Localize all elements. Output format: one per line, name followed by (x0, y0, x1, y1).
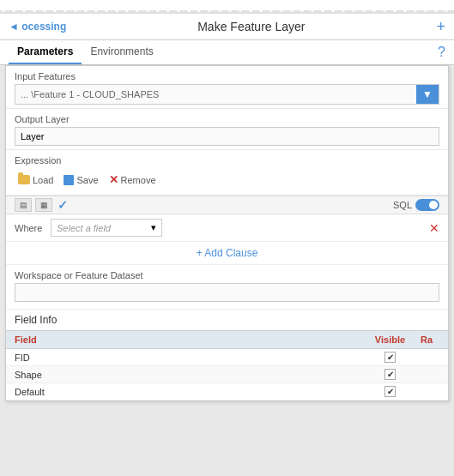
sql-toggle-area: SQL (393, 199, 439, 211)
save-button[interactable]: Save (60, 173, 101, 187)
add-clause-label: + Add Clause (197, 247, 258, 259)
table-row: Default ✔ (6, 383, 448, 401)
field-info-header: Field Info (6, 310, 448, 331)
back-nav[interactable]: ◄ ocessing (9, 21, 66, 33)
workspace-input[interactable] (15, 283, 439, 302)
where-row: Where Select a field ▾ ✕ (6, 214, 448, 242)
expression-section: Expression Load Save ✕ Remove (6, 150, 448, 196)
help-icon[interactable]: ? (438, 45, 445, 60)
workspace-section: Workspace or Feature Dataset (6, 265, 448, 310)
tab-environments[interactable]: Environments (82, 40, 161, 64)
input-features-value: ... \Feature 1 - CLOUD_SHAPES (15, 86, 416, 103)
remove-x-icon: ✕ (109, 173, 118, 186)
field-table-header: Field Visible Ra (6, 331, 448, 349)
page-title: Make Feature Layer (66, 20, 436, 33)
load-button[interactable]: Load (15, 173, 57, 187)
folder-icon (18, 175, 30, 184)
input-features-section: Input Features ... \Feature 1 - CLOUD_SH… (6, 66, 448, 109)
checkbox-icon[interactable]: ✔ (384, 352, 396, 363)
load-label: Load (33, 175, 53, 185)
sql-icon-1[interactable]: ▤ (15, 198, 32, 212)
save-label: Save (76, 175, 98, 185)
field-visible-checkbox[interactable]: ✔ (366, 386, 414, 397)
save-icon (64, 175, 74, 185)
sql-toggle[interactable] (415, 199, 439, 211)
input-features-label: Input Features (15, 71, 439, 81)
field-select[interactable]: Select a field ▾ (51, 219, 162, 237)
expression-label: Expression (15, 155, 439, 166)
header-bar: ◄ ocessing Make Feature Layer + (0, 14, 454, 40)
field-name: Default (15, 387, 366, 397)
sql-icon-2[interactable]: ▦ (35, 198, 52, 212)
field-select-placeholder: Select a field (57, 223, 111, 233)
workspace-label: Workspace or Feature Dataset (15, 270, 439, 280)
table-row: FID ✔ (6, 349, 448, 366)
field-visible-checkbox[interactable]: ✔ (366, 369, 414, 380)
input-features-input-row: ... \Feature 1 - CLOUD_SHAPES ▼ (15, 84, 439, 105)
tab-parameters[interactable]: Parameters (9, 40, 82, 64)
field-select-arrow: ▾ (151, 222, 156, 233)
col-visible-header: Visible (366, 334, 414, 345)
col-field-header: Field (15, 334, 366, 345)
sql-icons: ▤ ▦ ✓ (15, 198, 68, 212)
output-layer-label: Output Layer (15, 114, 439, 124)
field-rows-container: FID ✔ Shape ✔ Default ✔ (6, 349, 448, 401)
col-ra-header: Ra (414, 334, 439, 345)
output-layer-input[interactable] (15, 127, 439, 146)
add-clause-row[interactable]: + Add Clause (6, 242, 448, 265)
remove-button[interactable]: ✕ Remove (106, 172, 160, 188)
main-container: ◄ ocessing Make Feature Layer + Paramete… (0, 0, 454, 476)
output-layer-section: Output Layer (6, 109, 448, 150)
sql-label: SQL (393, 200, 412, 210)
field-visible-checkbox[interactable]: ✔ (366, 352, 414, 363)
table-row: Shape ✔ (6, 366, 448, 383)
sql-toolbar: ▤ ▦ ✓ SQL (6, 196, 448, 214)
checkbox-icon[interactable]: ✔ (384, 386, 396, 397)
torn-top-edge (0, 0, 454, 14)
field-name: Shape (15, 370, 366, 380)
tabs-container: Parameters Environments (9, 40, 162, 64)
where-error-icon: ✕ (429, 221, 439, 235)
field-info-section: Field Info Field Visible Ra FID ✔ Shape … (6, 310, 448, 401)
field-name: FID (15, 352, 366, 363)
where-label: Where (15, 223, 45, 233)
checkbox-icon[interactable]: ✔ (384, 369, 396, 380)
add-button[interactable]: + (436, 19, 445, 34)
main-panel: Input Features ... \Feature 1 - CLOUD_SH… (5, 65, 449, 401)
expression-toolbar: Load Save ✕ Remove (15, 168, 439, 191)
check-icon[interactable]: ✓ (58, 198, 68, 212)
remove-label: Remove (121, 175, 156, 185)
tabs-bar: Parameters Environments ? (0, 40, 454, 65)
input-features-dropdown[interactable]: ▼ (416, 85, 439, 104)
